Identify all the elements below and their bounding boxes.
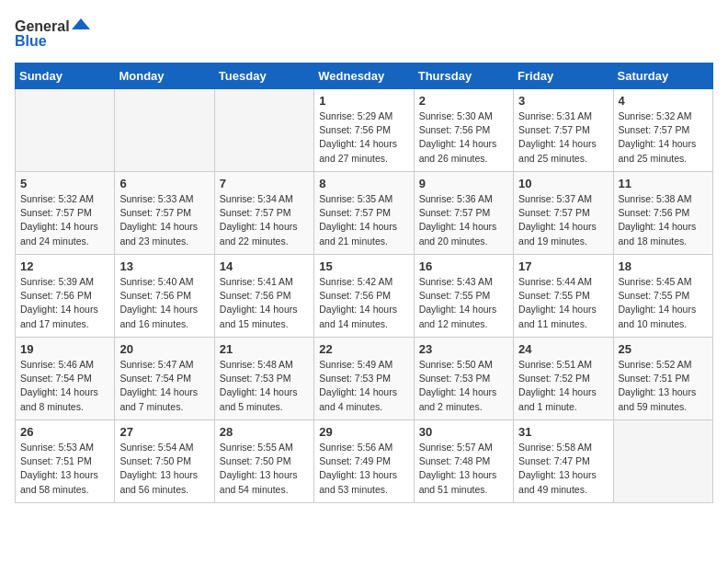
calendar-cell	[613, 420, 712, 503]
day-number: 13	[119, 259, 209, 273]
day-info: Sunrise: 5:38 AM Sunset: 7:56 PM Dayligh…	[619, 192, 708, 248]
calendar-cell: 9Sunrise: 5:36 AM Sunset: 7:57 PM Daylig…	[414, 172, 513, 255]
calendar-cell: 15Sunrise: 5:42 AM Sunset: 7:56 PM Dayli…	[314, 255, 414, 338]
calendar-header-row: SundayMondayTuesdayWednesdayThursdayFrid…	[16, 63, 713, 89]
calendar-cell: 1Sunrise: 5:29 AM Sunset: 7:56 PM Daylig…	[314, 89, 414, 172]
day-number: 28	[220, 425, 309, 439]
day-number: 11	[619, 177, 708, 190]
day-info: Sunrise: 5:32 AM Sunset: 7:57 PM Dayligh…	[619, 109, 708, 166]
weekday-header-wednesday: Wednesday	[314, 63, 414, 89]
day-info: Sunrise: 5:49 AM Sunset: 7:53 PM Dayligh…	[319, 358, 408, 414]
day-info: Sunrise: 5:42 AM Sunset: 7:56 PM Dayligh…	[319, 275, 408, 331]
day-info: Sunrise: 5:39 AM Sunset: 7:56 PM Dayligh…	[20, 275, 109, 331]
day-info: Sunrise: 5:34 AM Sunset: 7:57 PM Dayligh…	[220, 192, 309, 248]
calendar-cell: 21Sunrise: 5:48 AM Sunset: 7:53 PM Dayli…	[214, 338, 313, 420]
day-info: Sunrise: 5:29 AM Sunset: 7:56 PM Dayligh…	[319, 109, 408, 166]
day-number: 9	[419, 177, 508, 190]
day-number: 1	[319, 94, 408, 108]
day-number: 22	[319, 342, 408, 356]
day-number: 15	[319, 259, 408, 273]
day-info: Sunrise: 5:48 AM Sunset: 7:53 PM Dayligh…	[220, 358, 309, 414]
day-number: 21	[220, 342, 309, 356]
day-info: Sunrise: 5:45 AM Sunset: 7:55 PM Dayligh…	[619, 275, 708, 331]
weekday-header-monday: Monday	[115, 63, 214, 89]
day-info: Sunrise: 5:41 AM Sunset: 7:56 PM Dayligh…	[220, 275, 309, 331]
day-number: 29	[319, 425, 408, 439]
day-number: 14	[220, 259, 309, 273]
calendar-cell	[115, 89, 214, 172]
calendar-cell: 17Sunrise: 5:44 AM Sunset: 7:55 PM Dayli…	[514, 255, 613, 338]
calendar-cell: 25Sunrise: 5:52 AM Sunset: 7:51 PM Dayli…	[613, 338, 712, 420]
calendar-week-row: 12Sunrise: 5:39 AM Sunset: 7:56 PM Dayli…	[16, 255, 713, 338]
calendar-cell: 11Sunrise: 5:38 AM Sunset: 7:56 PM Dayli…	[613, 172, 712, 255]
day-info: Sunrise: 5:53 AM Sunset: 7:51 PM Dayligh…	[20, 441, 109, 497]
calendar-cell: 14Sunrise: 5:41 AM Sunset: 7:56 PM Dayli…	[214, 255, 313, 338]
day-number: 7	[220, 177, 309, 190]
logo: GeneralBlue	[15, 15, 97, 52]
day-number: 18	[619, 259, 708, 273]
calendar-cell: 4Sunrise: 5:32 AM Sunset: 7:57 PM Daylig…	[613, 89, 712, 172]
day-info: Sunrise: 5:33 AM Sunset: 7:57 PM Dayligh…	[119, 192, 209, 248]
calendar-cell: 30Sunrise: 5:57 AM Sunset: 7:48 PM Dayli…	[414, 420, 513, 503]
day-number: 10	[518, 177, 608, 190]
day-number: 26	[20, 425, 109, 439]
day-number: 17	[518, 259, 608, 273]
day-info: Sunrise: 5:51 AM Sunset: 7:52 PM Dayligh…	[518, 358, 608, 414]
day-number: 3	[518, 94, 608, 108]
day-info: Sunrise: 5:32 AM Sunset: 7:57 PM Dayligh…	[20, 192, 109, 248]
day-info: Sunrise: 5:31 AM Sunset: 7:57 PM Dayligh…	[518, 109, 608, 166]
day-number: 5	[20, 177, 109, 190]
calendar-cell: 29Sunrise: 5:56 AM Sunset: 7:49 PM Dayli…	[314, 420, 414, 503]
calendar-cell: 18Sunrise: 5:45 AM Sunset: 7:55 PM Dayli…	[613, 255, 712, 338]
day-info: Sunrise: 5:57 AM Sunset: 7:48 PM Dayligh…	[419, 441, 508, 497]
calendar-cell: 5Sunrise: 5:32 AM Sunset: 7:57 PM Daylig…	[16, 172, 115, 255]
calendar-cell: 27Sunrise: 5:54 AM Sunset: 7:50 PM Dayli…	[115, 420, 214, 503]
weekday-header-tuesday: Tuesday	[214, 63, 313, 89]
calendar-cell: 3Sunrise: 5:31 AM Sunset: 7:57 PM Daylig…	[514, 89, 613, 172]
calendar-cell: 19Sunrise: 5:46 AM Sunset: 7:54 PM Dayli…	[16, 338, 115, 420]
day-info: Sunrise: 5:58 AM Sunset: 7:47 PM Dayligh…	[518, 441, 608, 497]
logo-svg: GeneralBlue	[15, 15, 97, 52]
svg-marker-2	[72, 18, 90, 29]
day-number: 24	[518, 342, 608, 356]
day-number: 12	[20, 259, 109, 273]
calendar-cell	[16, 89, 115, 172]
weekday-header-saturday: Saturday	[613, 63, 712, 89]
day-info: Sunrise: 5:52 AM Sunset: 7:51 PM Dayligh…	[619, 358, 708, 414]
weekday-header-friday: Friday	[514, 63, 613, 89]
calendar-week-row: 19Sunrise: 5:46 AM Sunset: 7:54 PM Dayli…	[16, 338, 713, 420]
calendar-cell: 12Sunrise: 5:39 AM Sunset: 7:56 PM Dayli…	[16, 255, 115, 338]
calendar-week-row: 1Sunrise: 5:29 AM Sunset: 7:56 PM Daylig…	[16, 89, 713, 172]
day-number: 25	[619, 342, 708, 356]
day-number: 20	[119, 342, 209, 356]
day-number: 27	[119, 425, 209, 439]
calendar-cell: 10Sunrise: 5:37 AM Sunset: 7:57 PM Dayli…	[514, 172, 613, 255]
calendar-cell: 22Sunrise: 5:49 AM Sunset: 7:53 PM Dayli…	[314, 338, 414, 420]
day-info: Sunrise: 5:44 AM Sunset: 7:55 PM Dayligh…	[518, 275, 608, 331]
day-info: Sunrise: 5:47 AM Sunset: 7:54 PM Dayligh…	[119, 358, 209, 414]
day-info: Sunrise: 5:40 AM Sunset: 7:56 PM Dayligh…	[119, 275, 209, 331]
page-header: GeneralBlue	[15, 15, 713, 52]
calendar-cell	[214, 89, 313, 172]
day-info: Sunrise: 5:43 AM Sunset: 7:55 PM Dayligh…	[419, 275, 508, 331]
calendar-cell: 8Sunrise: 5:35 AM Sunset: 7:57 PM Daylig…	[314, 172, 414, 255]
calendar-week-row: 26Sunrise: 5:53 AM Sunset: 7:51 PM Dayli…	[16, 420, 713, 503]
calendar-cell: 2Sunrise: 5:30 AM Sunset: 7:56 PM Daylig…	[414, 89, 513, 172]
day-number: 30	[419, 425, 508, 439]
svg-text:Blue: Blue	[15, 33, 47, 49]
calendar-cell: 28Sunrise: 5:55 AM Sunset: 7:50 PM Dayli…	[214, 420, 313, 503]
day-number: 23	[419, 342, 508, 356]
day-info: Sunrise: 5:35 AM Sunset: 7:57 PM Dayligh…	[319, 192, 408, 248]
calendar-cell: 23Sunrise: 5:50 AM Sunset: 7:53 PM Dayli…	[414, 338, 513, 420]
weekday-header-thursday: Thursday	[414, 63, 513, 89]
calendar-cell: 7Sunrise: 5:34 AM Sunset: 7:57 PM Daylig…	[214, 172, 313, 255]
day-info: Sunrise: 5:37 AM Sunset: 7:57 PM Dayligh…	[518, 192, 608, 248]
day-number: 31	[518, 425, 608, 439]
day-number: 6	[119, 177, 209, 190]
calendar-cell: 16Sunrise: 5:43 AM Sunset: 7:55 PM Dayli…	[414, 255, 513, 338]
day-info: Sunrise: 5:30 AM Sunset: 7:56 PM Dayligh…	[419, 109, 508, 166]
day-number: 16	[419, 259, 508, 273]
weekday-header-sunday: Sunday	[16, 63, 115, 89]
day-number: 19	[20, 342, 109, 356]
day-info: Sunrise: 5:50 AM Sunset: 7:53 PM Dayligh…	[419, 358, 508, 414]
